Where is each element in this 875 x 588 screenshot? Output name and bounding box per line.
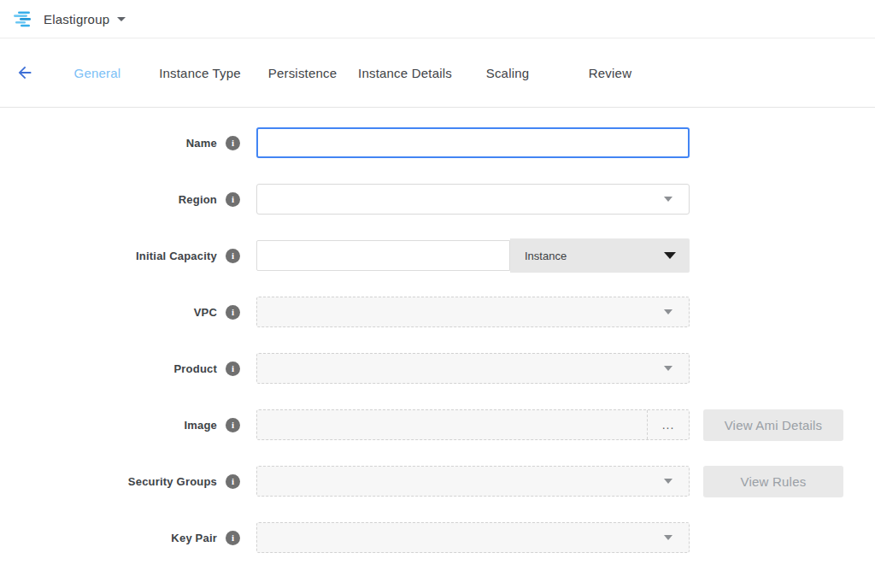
tab-instance-type[interactable]: Instance Type	[149, 66, 251, 80]
vpc-select[interactable]	[256, 297, 690, 327]
product-label: Product	[173, 362, 217, 375]
product-name: Elastigroup	[44, 12, 109, 26]
product-switcher[interactable]: Elastigroup	[13, 9, 126, 29]
wizard-tab-bar: General Instance Type Persistence Instan…	[0, 38, 875, 108]
elastigroup-logo-icon	[13, 9, 35, 29]
chevron-down-icon	[117, 17, 126, 21]
initial-capacity-info-icon[interactable]: i	[226, 249, 240, 263]
tab-review[interactable]: Review	[559, 66, 661, 80]
key-pair-label: Key Pair	[171, 532, 217, 544]
key-pair-select[interactable]	[256, 522, 690, 553]
product-select[interactable]	[256, 353, 690, 384]
arrow-left-icon	[15, 63, 34, 82]
name-label: Name	[186, 137, 217, 150]
image-input[interactable]: ...	[256, 409, 690, 440]
back-button[interactable]	[14, 62, 36, 84]
chevron-down-icon	[664, 366, 672, 371]
form-row-initial-capacity: Initial Capacity i Instance	[0, 240, 875, 271]
view-ami-details-button[interactable]: View Ami Details	[703, 409, 843, 441]
security-groups-label: Security Groups	[128, 475, 217, 488]
region-label: Region	[179, 193, 217, 206]
key-pair-info-icon[interactable]: i	[226, 531, 240, 545]
initial-capacity-input[interactable]	[256, 240, 510, 271]
vpc-label: VPC	[194, 306, 217, 319]
form-row-key-pair: Key Pair i	[0, 522, 875, 553]
capacity-unit-value: Instance	[525, 250, 567, 262]
capacity-unit-select[interactable]: Instance	[510, 238, 690, 273]
wizard-tabs: General Instance Type Persistence Instan…	[46, 66, 661, 80]
chevron-down-icon	[664, 309, 672, 315]
view-rules-button[interactable]: View Rules	[703, 466, 843, 497]
form-row-name: Name i	[0, 127, 875, 158]
security-groups-select[interactable]	[256, 466, 690, 497]
tab-instance-details[interactable]: Instance Details	[354, 66, 456, 80]
tab-scaling[interactable]: Scaling	[456, 66, 559, 80]
image-label: Image	[184, 419, 217, 432]
chevron-down-icon	[664, 535, 672, 540]
form-row-vpc: VPC i	[0, 297, 875, 327]
chevron-down-icon	[664, 252, 676, 259]
general-settings-form: Name i Region i Initial Capacity i	[0, 108, 875, 553]
image-browse-button[interactable]: ...	[647, 410, 689, 439]
tab-persistence[interactable]: Persistence	[251, 66, 354, 80]
form-row-region: Region i	[0, 184, 875, 215]
name-info-icon[interactable]: i	[226, 136, 240, 150]
form-row-security-groups: Security Groups i View Rules	[0, 466, 875, 497]
vpc-info-icon[interactable]: i	[226, 305, 240, 320]
tab-general[interactable]: General	[46, 66, 149, 80]
initial-capacity-label: Initial Capacity	[136, 250, 217, 262]
region-info-icon[interactable]: i	[226, 192, 240, 207]
chevron-down-icon	[664, 197, 672, 202]
image-info-icon[interactable]: i	[226, 418, 240, 432]
name-input[interactable]	[256, 127, 690, 158]
form-row-image: Image i ... View Ami Details	[0, 409, 875, 440]
region-select[interactable]	[256, 184, 690, 215]
chevron-down-icon	[664, 479, 672, 484]
form-row-product: Product i	[0, 353, 875, 384]
product-info-icon[interactable]: i	[226, 362, 240, 376]
elastigroup-create-page: Elastigroup General Instance Type Persis…	[0, 0, 875, 588]
top-bar: Elastigroup	[0, 0, 875, 38]
security-groups-info-icon[interactable]: i	[226, 474, 240, 489]
